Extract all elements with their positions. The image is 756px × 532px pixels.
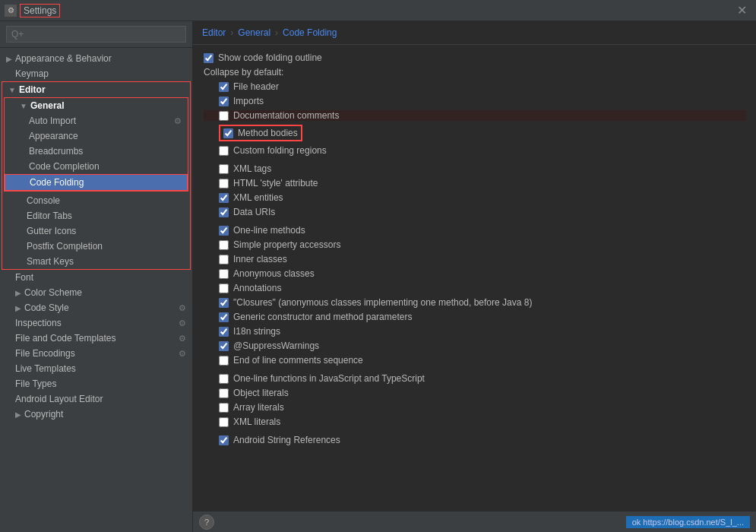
- sidebar-item-console[interactable]: Console: [2, 193, 190, 208]
- checkbox-xml-tags[interactable]: [219, 164, 229, 174]
- checkbox-one-line-functions[interactable]: [219, 374, 229, 384]
- sidebar-item-general[interactable]: ▼ General: [5, 98, 188, 113]
- checkbox-end-of-line[interactable]: [219, 356, 229, 366]
- expand-arrow: ▼: [8, 86, 16, 94]
- checkbox-row-generic-constructor: Generic constructor and method parameter…: [204, 312, 745, 322]
- sidebar-item-file-encodings[interactable]: File Encodings ⚙: [0, 346, 192, 361]
- checkbox-row-data-uris: Data URIs: [204, 207, 745, 217]
- checkbox-object-literals[interactable]: [219, 388, 229, 398]
- sidebar-item-auto-import[interactable]: Auto Import ⚙: [5, 113, 188, 128]
- sidebar-item-code-completion[interactable]: Code Completion: [5, 159, 188, 174]
- checkbox-label: Custom folding regions: [233, 145, 327, 156]
- checkbox-row-one-line-functions: One-line functions in JavaScript and Typ…: [204, 373, 745, 384]
- checkbox-generic-constructor[interactable]: [219, 312, 229, 322]
- checkbox-annotations[interactable]: [219, 283, 229, 293]
- expand-arrow: ▶: [6, 55, 12, 63]
- sidebar-item-label: Color Scheme: [24, 287, 82, 298]
- search-input[interactable]: [6, 26, 186, 43]
- sidebar-item-smart-keys[interactable]: Smart Keys: [2, 254, 190, 269]
- method-bodies-highlight: Method bodies: [219, 125, 302, 141]
- checkbox-method-bodies[interactable]: [223, 128, 233, 138]
- checkbox-anonymous-classes[interactable]: [219, 269, 229, 279]
- sidebar-item-postfix-completion[interactable]: Postfix Completion: [2, 239, 190, 254]
- checkbox-row-annotations: Annotations: [204, 283, 745, 293]
- sidebar-item-copyright[interactable]: ▶ Copyright: [0, 407, 192, 422]
- close-button[interactable]: ✕: [732, 3, 751, 17]
- sidebar-item-label: Copyright: [24, 409, 63, 420]
- sidebar-item-editor[interactable]: ▼ Editor: [2, 82, 190, 97]
- sidebar-item-editor-tabs[interactable]: Editor Tabs: [2, 208, 190, 223]
- sidebar-item-code-folding[interactable]: Code Folding: [5, 174, 188, 191]
- checkbox-row-simple-property: Simple property accessors: [204, 239, 745, 250]
- checkbox-imports[interactable]: [219, 97, 229, 106]
- checkbox-label: Simple property accessors: [233, 239, 340, 250]
- checkbox-row-imports: Imports: [204, 96, 745, 106]
- sidebar-item-file-types[interactable]: File Types: [0, 376, 192, 391]
- checkbox-label: Inner classes: [233, 254, 287, 264]
- checkbox-show-folding-outline[interactable]: [204, 53, 214, 63]
- sidebar-item-label: Code Folding: [30, 177, 84, 188]
- checkbox-label: Documentation comments: [233, 110, 339, 121]
- sidebar-item-keymap[interactable]: Keymap: [0, 66, 192, 81]
- sidebar-item-label: Editor Tabs: [27, 211, 72, 221]
- window-title: Settings: [20, 4, 60, 17]
- checkbox-label: XML entities: [233, 192, 283, 203]
- checkbox-label: XML literals: [233, 416, 280, 427]
- sidebar-item-file-code-templates[interactable]: File and Code Templates ⚙: [0, 331, 192, 346]
- checkbox-suppress-warnings[interactable]: [219, 341, 229, 351]
- checkbox-custom-folding[interactable]: [219, 146, 229, 156]
- checkbox-label: Array literals: [233, 402, 284, 413]
- sidebar-item-label: Live Templates: [15, 363, 76, 374]
- title-bar: ⚙ Settings ✕: [0, 0, 756, 21]
- checkbox-row-file-header: File header: [204, 81, 745, 92]
- gear-icon: ⚙: [179, 318, 186, 328]
- checkbox-html-style[interactable]: [219, 179, 229, 188]
- help-button[interactable]: ?: [199, 515, 214, 530]
- sidebar-item-gutter-icons[interactable]: Gutter Icons: [2, 223, 190, 239]
- checkbox-label: One-line methods: [233, 225, 305, 236]
- checkbox-inner-classes[interactable]: [219, 255, 229, 264]
- checkbox-xml-literals[interactable]: [219, 417, 229, 427]
- checkbox-xml-entities[interactable]: [219, 193, 229, 203]
- sidebar-item-breadcrumbs[interactable]: Breadcrumbs: [5, 144, 188, 159]
- sidebar-item-font[interactable]: Font: [0, 270, 192, 285]
- checkbox-row-xml-literals: XML literals: [204, 416, 745, 427]
- content-scroll: Show code folding outline Collapse by de…: [193, 45, 756, 511]
- gear-icon: ⚙: [179, 349, 186, 359]
- checkbox-label: Anonymous classes: [233, 268, 315, 279]
- url-badge[interactable]: ok https://blog.csdn.net/S_l_...: [626, 516, 750, 528]
- breadcrumb-code-folding: Code Folding: [283, 27, 337, 38]
- checkbox-label: Method bodies: [238, 128, 298, 138]
- checkbox-label: Data URIs: [233, 207, 275, 217]
- checkbox-simple-property[interactable]: [219, 240, 229, 250]
- sidebar-item-label: Smart Keys: [27, 256, 74, 267]
- checkbox-row-xml-tags: XML tags: [204, 163, 745, 174]
- sidebar-item-live-templates[interactable]: Live Templates: [0, 361, 192, 376]
- checkbox-android-string-refs[interactable]: [219, 435, 229, 445]
- sidebar-item-label: Postfix Completion: [27, 241, 103, 252]
- sidebar-item-color-scheme[interactable]: ▶ Color Scheme: [0, 285, 192, 300]
- sidebar-item-android-layout-editor[interactable]: Android Layout Editor: [0, 391, 192, 407]
- sidebar-item-label: Code Style: [24, 302, 69, 313]
- checkbox-row-android-string-refs: Android String References: [204, 435, 745, 445]
- checkbox-i18n-strings[interactable]: [219, 327, 229, 337]
- sidebar: ▶ Appearance & Behavior Keymap ▼ Editor …: [0, 21, 193, 532]
- main-container: ▶ Appearance & Behavior Keymap ▼ Editor …: [0, 21, 756, 532]
- checkbox-data-uris[interactable]: [219, 207, 229, 217]
- sidebar-item-label: Inspections: [15, 318, 62, 328]
- checkbox-array-literals[interactable]: [219, 403, 229, 413]
- sidebar-item-label: Appearance: [29, 131, 78, 141]
- sidebar-item-inspections[interactable]: Inspections ⚙: [0, 315, 192, 331]
- sidebar-item-appearance-behavior[interactable]: ▶ Appearance & Behavior: [0, 51, 192, 66]
- checkbox-label: @SuppressWarnings: [233, 340, 319, 351]
- sidebar-item-appearance[interactable]: Appearance: [5, 128, 188, 144]
- checkbox-file-header[interactable]: [219, 82, 229, 92]
- checkbox-row-suppress-warnings: @SuppressWarnings: [204, 340, 745, 351]
- search-bar: [0, 21, 192, 48]
- sidebar-item-label: Keymap: [15, 68, 49, 79]
- expand-arrow: ▼: [20, 102, 27, 110]
- checkbox-closures[interactable]: [219, 298, 229, 308]
- checkbox-one-line-methods[interactable]: [219, 226, 229, 236]
- sidebar-item-code-style[interactable]: ▶ Code Style ⚙: [0, 300, 192, 315]
- checkbox-documentation-comments[interactable]: [219, 111, 229, 121]
